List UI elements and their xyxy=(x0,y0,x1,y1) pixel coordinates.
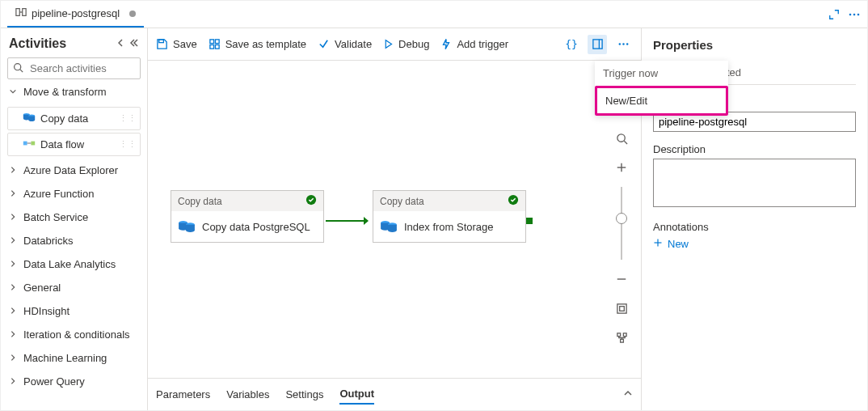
pipeline-canvas[interactable]: Copy data Copy data PostgreSQL Copy data… xyxy=(148,61,641,378)
description-label: Description xyxy=(653,143,856,155)
more-actions-button[interactable] xyxy=(613,35,633,54)
zoom-reset-button[interactable] xyxy=(610,127,633,150)
activities-panel: Activities Move & transform xyxy=(1,28,148,410)
svg-rect-10 xyxy=(23,142,27,146)
svg-line-29 xyxy=(624,141,627,144)
zoom-out-button[interactable] xyxy=(610,268,633,290)
svg-point-3 xyxy=(849,13,852,15)
activities-search[interactable] xyxy=(7,57,141,79)
drag-handle-icon: ⋮⋮ xyxy=(119,113,137,124)
copy-icon xyxy=(23,112,36,125)
activity-data-flow[interactable]: Data flow ⋮⋮ xyxy=(7,133,141,156)
properties-toggle-button[interactable] xyxy=(588,35,607,54)
collapse-icon[interactable] xyxy=(118,36,128,51)
search-icon xyxy=(13,62,23,75)
activity-item-label: Copy data xyxy=(40,112,88,125)
activity-category[interactable]: Azure Data Explorer xyxy=(7,159,141,182)
json-view-button[interactable]: {} xyxy=(562,35,581,54)
svg-rect-13 xyxy=(210,40,214,44)
editor-tab-bar: pipeline-postgresql xyxy=(1,1,867,28)
description-input[interactable] xyxy=(653,159,856,207)
svg-point-4 xyxy=(853,13,856,15)
plus-icon xyxy=(653,238,663,250)
activity-group-move-transform[interactable]: Move & transform xyxy=(7,79,141,104)
svg-rect-16 xyxy=(215,44,219,49)
activity-category[interactable]: HDInsight xyxy=(7,299,141,323)
chevron-down-icon xyxy=(9,86,19,98)
dataflow-icon xyxy=(23,138,36,151)
activity-category[interactable]: General xyxy=(7,276,141,299)
fit-to-screen-button[interactable] xyxy=(610,297,633,320)
activity-category[interactable]: Iteration & conditionals xyxy=(7,323,141,346)
activity-category[interactable]: Power Query xyxy=(7,370,141,393)
svg-rect-15 xyxy=(210,44,214,49)
add-trigger-button[interactable]: Add trigger xyxy=(440,38,508,50)
chevron-right-icon xyxy=(9,258,19,270)
pipeline-icon xyxy=(15,6,27,20)
canvas-zoom-controls xyxy=(610,127,633,349)
add-annotation-button[interactable]: New xyxy=(653,238,856,250)
svg-rect-0 xyxy=(16,9,19,16)
svg-rect-33 xyxy=(617,303,626,312)
activity-copy-data[interactable]: Copy data ⋮⋮ xyxy=(7,107,141,130)
svg-point-6 xyxy=(15,63,21,70)
check-icon xyxy=(305,194,317,208)
layout-button[interactable] xyxy=(610,326,633,349)
zoom-slider[interactable] xyxy=(621,187,622,260)
chevron-right-icon xyxy=(9,188,19,200)
chevron-right-icon xyxy=(9,211,19,223)
svg-rect-17 xyxy=(592,40,601,49)
add-trigger-menu: Trigger now New/Edit xyxy=(595,61,728,116)
tab-output[interactable]: Output xyxy=(339,384,374,405)
chevron-right-icon xyxy=(9,375,19,388)
svg-point-5 xyxy=(857,13,860,15)
search-input[interactable] xyxy=(28,61,167,75)
zoom-handle[interactable] xyxy=(616,213,627,224)
svg-rect-14 xyxy=(215,40,219,44)
activity-item-label: Data flow xyxy=(40,138,84,150)
drag-handle-icon: ⋮⋮ xyxy=(119,139,137,150)
debug-button[interactable]: Debug xyxy=(383,38,429,50)
chevron-right-icon xyxy=(9,305,19,317)
pipeline-node[interactable]: Copy data Copy data PostgreSQL xyxy=(171,190,324,243)
pipeline-bottom-tabs: Parameters Variables Settings Output xyxy=(148,378,641,410)
svg-rect-37 xyxy=(620,339,623,342)
pipeline-node[interactable]: Copy data Index from Storage xyxy=(373,190,526,243)
activity-category[interactable]: Databricks xyxy=(7,229,141,252)
activity-category[interactable]: Data Lake Analytics xyxy=(7,252,141,276)
check-icon xyxy=(508,194,519,208)
svg-point-28 xyxy=(617,133,624,141)
trigger-new-edit-item[interactable]: New/Edit xyxy=(595,86,728,116)
validate-button[interactable]: Validate xyxy=(318,38,372,50)
tab-parameters[interactable]: Parameters xyxy=(156,385,210,404)
collapse-all-icon[interactable] xyxy=(129,36,139,51)
trigger-now-item[interactable]: Trigger now xyxy=(595,61,728,86)
svg-point-20 xyxy=(622,43,624,44)
svg-rect-12 xyxy=(159,40,164,43)
activity-category[interactable]: Batch Service xyxy=(7,206,141,229)
svg-rect-11 xyxy=(31,142,35,146)
save-as-template-button[interactable]: Save as template xyxy=(209,38,306,50)
chevron-right-icon xyxy=(9,282,19,294)
save-button[interactable]: Save xyxy=(156,38,197,50)
unsaved-dot-icon xyxy=(129,11,136,17)
more-icon[interactable] xyxy=(848,8,861,21)
maximize-icon[interactable] xyxy=(828,9,840,20)
zoom-in-button[interactable] xyxy=(610,156,633,179)
annotations-label: Annotations xyxy=(653,221,856,233)
tab-pipeline[interactable]: pipeline-postgresql xyxy=(7,1,144,28)
tab-title: pipeline-postgresql xyxy=(32,7,120,19)
properties-title: Properties xyxy=(653,38,856,52)
edge-success xyxy=(326,220,368,222)
activity-category[interactable]: Machine Learning xyxy=(7,346,141,370)
chevron-right-icon xyxy=(9,352,19,364)
collapse-panel-icon[interactable] xyxy=(623,388,633,400)
svg-rect-35 xyxy=(617,333,620,336)
tab-variables[interactable]: Variables xyxy=(226,385,269,404)
tab-settings[interactable]: Settings xyxy=(285,385,323,404)
edge-stub[interactable] xyxy=(526,218,533,224)
pipeline-toolbar: Save Save as template Validate Debug Add… xyxy=(148,28,641,61)
pipeline-editor: Save Save as template Validate Debug Add… xyxy=(148,28,641,410)
activity-category[interactable]: Azure Function xyxy=(7,182,141,206)
chevron-right-icon xyxy=(9,328,19,341)
